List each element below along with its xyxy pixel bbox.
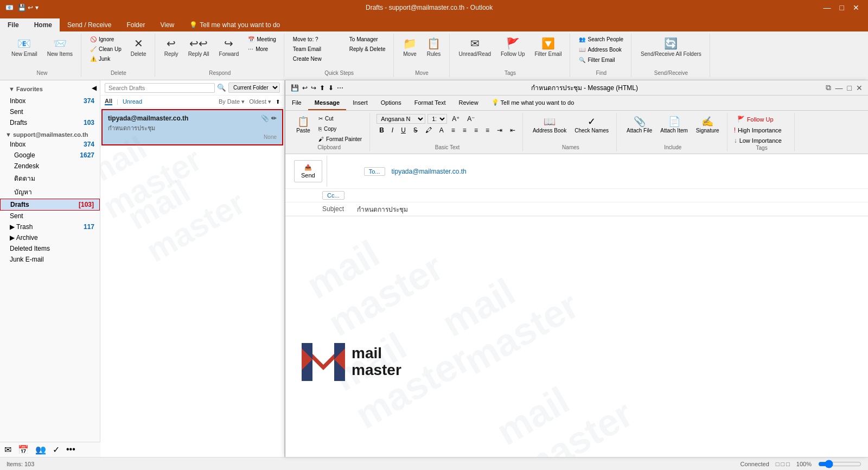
ignore-button[interactable]: 🚫 Ignore: [87, 35, 125, 44]
unread-read-button[interactable]: ✉ Unread/Read: [455, 35, 495, 59]
junk-button[interactable]: ⚠️ Junk: [87, 54, 125, 63]
attach-item-btn[interactable]: 📄 Attach Item: [657, 114, 691, 135]
sidebar-item-tidtam[interactable]: ติดตาม: [0, 172, 100, 185]
compose-redo-icon[interactable]: ↪: [311, 84, 316, 92]
sidebar-item-archive[interactable]: ▶ Archive: [0, 232, 100, 243]
tab-view[interactable]: View: [152, 18, 182, 31]
edit-draft-icon[interactable]: ✏: [271, 115, 277, 122]
font-color-btn[interactable]: A: [437, 125, 446, 135]
new-items-button[interactable]: 📨 New Items: [43, 35, 76, 59]
filter-expand-btn[interactable]: ⬆: [276, 99, 280, 105]
compose-save-icon[interactable]: 💾: [291, 84, 299, 92]
sidebar-item-inbox[interactable]: Inbox 374: [0, 139, 100, 150]
maximize-btn[interactable]: □: [837, 3, 847, 12]
delete-button[interactable]: ✕ Delete: [127, 35, 150, 59]
filter-all[interactable]: All: [105, 98, 112, 105]
align-left-btn[interactable]: ≡: [449, 125, 458, 135]
compose-body[interactable]: mailmaster mailmaster mailmaster mailmas…: [285, 217, 868, 457]
sidebar-item-junk[interactable]: Junk E-mail: [0, 254, 100, 265]
reply-delete-button[interactable]: Reply & Delete: [346, 45, 389, 54]
move-button[interactable]: 📁 Move: [399, 35, 421, 59]
strikethrough-btn[interactable]: S̶: [411, 125, 420, 135]
filter-email-button[interactable]: 🔽 Filter Email: [531, 35, 565, 59]
outdent-btn[interactable]: ⇤: [507, 125, 518, 135]
tab-send-receive[interactable]: Send / Receive: [60, 18, 119, 31]
meeting-button[interactable]: 📅 Meeting: [245, 35, 279, 44]
high-importance-row[interactable]: ! High Importance: [734, 126, 782, 135]
send-button[interactable]: 📤 Send: [294, 160, 322, 182]
reply-button[interactable]: ↩ Reply: [161, 35, 182, 59]
copy-button[interactable]: ⎘ Copy: [315, 124, 365, 134]
people-bottom-icon[interactable]: 👥: [35, 444, 46, 455]
compose-undo-icon[interactable]: ↩: [302, 84, 308, 92]
tab-home[interactable]: Home: [27, 18, 60, 31]
search-input[interactable]: [105, 83, 215, 93]
sidebar-item-trash[interactable]: ▶ Trash 117: [0, 221, 100, 232]
shrink-font-btn[interactable]: A⁻: [464, 114, 477, 124]
more-bottom-icon[interactable]: •••: [66, 444, 75, 455]
low-importance-row[interactable]: ↓ Low Importance: [734, 136, 782, 145]
align-center-btn[interactable]: ≡: [460, 125, 469, 135]
compose-popout-btn[interactable]: ⧉: [826, 83, 831, 92]
attach-file-btn[interactable]: 📎 Attach File: [623, 114, 655, 135]
move-to-button[interactable]: Move to: ?: [290, 35, 344, 44]
title-bar-controls[interactable]: — □ ✕: [820, 3, 863, 12]
subject-field[interactable]: [355, 204, 864, 214]
follow-up-compose-btn[interactable]: 🚩 Follow Up: [734, 114, 790, 124]
cc-field[interactable]: [349, 190, 864, 200]
filter-unread[interactable]: Unread: [123, 98, 142, 105]
check-names-btn[interactable]: ✓ Check Names: [571, 114, 612, 135]
tab-file[interactable]: File: [0, 18, 27, 31]
sidebar-item-deleted[interactable]: Deleted Items: [0, 243, 100, 254]
compose-maximize-btn[interactable]: □: [847, 83, 852, 92]
to-manager-button[interactable]: To Manager: [346, 35, 389, 44]
tab-folder[interactable]: Folder: [119, 18, 152, 31]
mail-bottom-icon[interactable]: ✉: [4, 444, 11, 455]
folder-select[interactable]: Current Folder: [228, 82, 280, 93]
compose-options-icon[interactable]: ⋯: [337, 84, 343, 92]
rules-button[interactable]: 📋 Rules: [423, 35, 445, 59]
justify-btn[interactable]: ≡: [483, 125, 492, 135]
zoom-slider[interactable]: [818, 460, 861, 468]
tasks-bottom-icon[interactable]: ✓: [53, 444, 60, 455]
team-email-button[interactable]: Team Email: [290, 45, 344, 54]
italic-btn[interactable]: I: [389, 125, 396, 135]
search-icon[interactable]: 🔍: [217, 84, 226, 92]
minimize-btn[interactable]: —: [820, 3, 834, 12]
to-button[interactable]: To...: [364, 167, 385, 176]
bold-btn[interactable]: B: [376, 125, 387, 135]
sidebar-item-drafts[interactable]: Drafts [103]: [0, 199, 100, 211]
compose-tab-format-text[interactable]: Format Text: [408, 96, 452, 110]
close-btn[interactable]: ✕: [850, 3, 863, 12]
sidebar-item-sent-fav[interactable]: Sent: [0, 106, 100, 117]
compose-minimize-btn[interactable]: —: [835, 83, 843, 92]
compose-tab-options[interactable]: Options: [374, 96, 408, 110]
compose-tab-insert[interactable]: Insert: [346, 96, 374, 110]
reply-all-button[interactable]: ↩↩ Reply All: [184, 35, 213, 59]
grow-font-btn[interactable]: A⁺: [449, 114, 462, 124]
calendar-bottom-icon[interactable]: 📅: [18, 444, 29, 455]
underline-btn[interactable]: U: [398, 125, 409, 135]
paste-button[interactable]: 📋 Paste: [293, 114, 314, 135]
format-painter-button[interactable]: 🖌 Format Painter: [315, 135, 365, 144]
new-email-button[interactable]: 📧 New Email: [8, 35, 41, 59]
indent-btn[interactable]: ⇥: [494, 125, 505, 135]
email-item-0[interactable]: tipyada@mailmaster.co.th 📎 ✏ กำหนดการประ…: [101, 109, 283, 145]
cc-button[interactable]: Cc...: [322, 191, 344, 200]
follow-up-button[interactable]: 🚩 Follow Up: [497, 35, 528, 59]
address-book-compose-btn[interactable]: 📖 Address Book: [529, 114, 570, 135]
sidebar-collapse-btn[interactable]: ◀: [92, 84, 97, 92]
more-respond-button[interactable]: ⋯ More: [245, 45, 279, 54]
compose-tab-review[interactable]: Review: [452, 96, 485, 110]
address-book-button[interactable]: 📖 Address Book: [576, 45, 627, 54]
create-new-button[interactable]: Create New: [290, 54, 344, 63]
cleanup-button[interactable]: 🧹 Clean Up: [87, 45, 125, 54]
tab-tell-me[interactable]: 💡 Tell me what you want to do: [182, 18, 288, 31]
sidebar-item-inbox-fav[interactable]: Inbox 374: [0, 96, 100, 106]
filter-email-find-button[interactable]: 🔍 Filter Email: [576, 55, 627, 65]
cut-button[interactable]: ✂ Cut: [315, 114, 365, 123]
sidebar-item-banha[interactable]: บัญหา: [0, 185, 100, 199]
font-family-select[interactable]: Angsana N: [376, 114, 425, 124]
search-people-button[interactable]: 👥 Search People: [576, 35, 627, 44]
compose-up-icon[interactable]: ⬆: [320, 84, 325, 92]
